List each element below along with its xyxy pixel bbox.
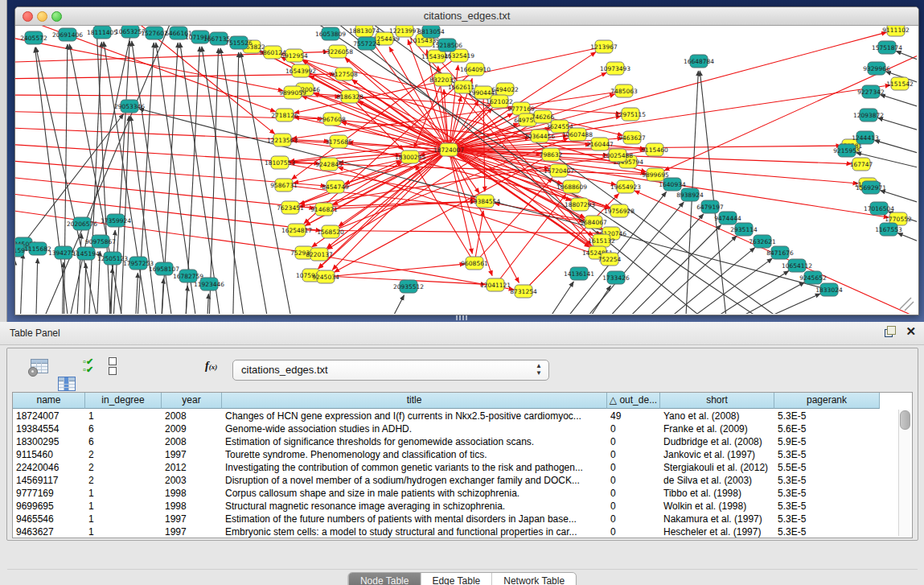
table-cell[interactable]: 5.9E-5 [774, 435, 880, 448]
table-cell[interactable]: 22420046 [13, 461, 85, 474]
table-cell[interactable]: Disruption of a novel member of a sodium… [222, 474, 607, 487]
table-cell[interactable]: 9699695 [13, 500, 85, 513]
table-row[interactable]: 1830029562008Estimation of significance … [13, 435, 880, 448]
graph-edge[interactable] [206, 294, 208, 314]
network-canvas[interactable]: 1872400718300295193845547663822986012459… [15, 26, 917, 314]
network-window-titlebar[interactable]: citations_edges.txt [15, 7, 918, 26]
graph-edge[interactable] [64, 44, 68, 314]
graph-edge[interactable] [581, 214, 704, 314]
table-cell[interactable]: 19384554 [13, 422, 85, 435]
table-cell[interactable]: Yano et al. (2008) [660, 410, 774, 422]
table-cell[interactable]: 5.5E-5 [774, 461, 880, 474]
table-cell[interactable]: 1 [85, 500, 162, 513]
table-cell[interactable]: Jankovic et al. (1997) [660, 448, 774, 461]
graph-edge[interactable] [76, 233, 81, 314]
column-header-in_degree[interactable]: in_degree [85, 393, 162, 409]
table-cell[interactable]: 5.3E-5 [774, 474, 880, 487]
table-cell[interactable]: 0 [607, 422, 660, 435]
graph-edge[interactable] [880, 95, 917, 116]
graph-edge[interactable] [700, 294, 820, 314]
table-cell[interactable]: 1 [85, 410, 162, 422]
row-height-icon[interactable] [109, 357, 117, 377]
node-table[interactable]: namein_degreeyeartitle△ out_de...shortpa… [12, 392, 913, 538]
graph-edge[interactable] [377, 295, 405, 314]
table-cell[interactable]: 5.3E-5 [774, 513, 880, 525]
close-panel-icon[interactable]: ✕ [906, 326, 916, 337]
graph-edge[interactable] [69, 44, 128, 314]
table-cell[interactable]: 9465546 [13, 513, 85, 525]
table-cell[interactable]: 1 [85, 525, 162, 538]
table-cell[interactable]: Wolkin et al. (1998) [660, 500, 774, 513]
graph-edge[interactable] [160, 278, 163, 314]
table-cell[interactable]: 5.6E-5 [774, 422, 880, 435]
graph-edge[interactable] [131, 116, 160, 314]
column-header-name[interactable]: name [13, 393, 85, 409]
table-cell[interactable]: Estimation of the future numbers of pati… [222, 513, 607, 525]
table-cell[interactable]: 5.3E-5 [774, 500, 880, 513]
graph-edge[interactable] [897, 233, 917, 253]
graph-edge[interactable] [184, 286, 187, 314]
citation-graph[interactable]: 1872400718300295193845547663822986012459… [15, 26, 917, 314]
table-settings-icon[interactable] [30, 357, 49, 375]
table-cell[interactable]: Corpus callosum shape and size in male p… [222, 487, 607, 500]
table-cell[interactable]: 5.3E-5 [774, 410, 880, 422]
table-cell[interactable]: Nakamura et al. (1997) [660, 513, 774, 525]
table-cell[interactable]: Dudbridge et al. (2008) [660, 435, 774, 448]
table-cell[interactable]: 14569117 [13, 474, 85, 487]
table-cell[interactable]: 1997 [162, 525, 222, 538]
panel-divider-grip[interactable] [456, 315, 467, 320]
table-cell[interactable]: 0 [607, 525, 660, 538]
table-cell[interactable]: 2003 [162, 474, 222, 487]
table-cell[interactable]: 0 [607, 435, 660, 448]
table-cell[interactable]: Tourette syndrome. Phenomenology and cla… [222, 448, 607, 461]
table-row[interactable]: 1872400712008Changes of HCN gene express… [13, 410, 880, 422]
graph-edge[interactable] [570, 286, 610, 314]
table-row[interactable]: 977716911998Corpus callosum shape and si… [13, 487, 880, 500]
network-window[interactable]: citations_edges.txt 18724007183002951938… [14, 6, 919, 315]
scrollbar-thumb[interactable] [900, 410, 910, 430]
table-cell[interactable]: 1997 [162, 513, 222, 525]
table-selector-dropdown[interactable]: citations_edges.txt ▲▼ [232, 360, 549, 381]
table-cell[interactable]: 2009 [162, 422, 222, 435]
tab-node-table[interactable]: Node Table [349, 573, 421, 585]
vertical-scrollbar[interactable] [898, 410, 910, 536]
table-cell[interactable]: 0 [607, 461, 660, 474]
tab-network-table[interactable]: Network Table [492, 573, 576, 585]
column-header-out_de[interactable]: △ out_de... [607, 393, 660, 409]
table-cell[interactable]: 0 [607, 474, 660, 487]
table-row[interactable]: 1938455462009Genome-wide association stu… [13, 422, 880, 435]
table-cell[interactable]: 2 [85, 448, 162, 461]
table-cell[interactable]: 9463627 [13, 525, 85, 538]
table-cell[interactable]: Hescheler et al. (1997) [660, 525, 774, 538]
table-cell[interactable]: 18724007 [13, 410, 85, 422]
table-cell[interactable]: 0 [607, 448, 660, 461]
table-cell[interactable]: 6 [85, 435, 162, 448]
table-cell[interactable]: 9777169 [13, 487, 85, 500]
table-cell[interactable]: 1997 [162, 448, 222, 461]
table-cell[interactable]: 2008 [162, 435, 222, 448]
table-cell[interactable]: Franke et al. (2009) [660, 422, 774, 435]
table-cell[interactable]: 18300295 [13, 435, 85, 448]
table-cell[interactable]: 6 [85, 422, 162, 435]
table-cell[interactable]: de Silva et al. (2003) [660, 474, 774, 487]
table-cell[interactable]: 49 [607, 410, 660, 422]
table-cell[interactable]: 1998 [162, 487, 222, 500]
table-cell[interactable]: 0 [607, 513, 660, 525]
select-rows-icon[interactable]: ▫✔▫✔ [83, 357, 93, 373]
column-header-pagerank[interactable]: pagerank [774, 393, 880, 409]
graph-edge[interactable] [35, 258, 38, 314]
table-row[interactable]: 911546021997Tourette syndrome. Phenomeno… [13, 448, 880, 461]
table-row[interactable]: 2242004622012Investigating the contribut… [13, 461, 880, 474]
table-cell[interactable]: Structural magnetic resonance image aver… [222, 500, 607, 513]
table-cell[interactable]: 1 [85, 487, 162, 500]
table-cell[interactable]: 5.3E-5 [774, 487, 880, 500]
table-cell[interactable]: Estimation of significance thresholds fo… [222, 435, 607, 448]
table-cell[interactable]: 5.3E-5 [774, 448, 880, 461]
table-cell[interactable]: 5.3E-5 [774, 525, 880, 538]
graph-edge[interactable] [84, 263, 86, 314]
graph-edge[interactable] [134, 273, 138, 314]
show-column-icon[interactable] [57, 375, 76, 393]
float-panel-icon[interactable] [885, 326, 896, 337]
graph-edge[interactable] [530, 282, 573, 314]
column-header-year[interactable]: year [162, 393, 222, 409]
